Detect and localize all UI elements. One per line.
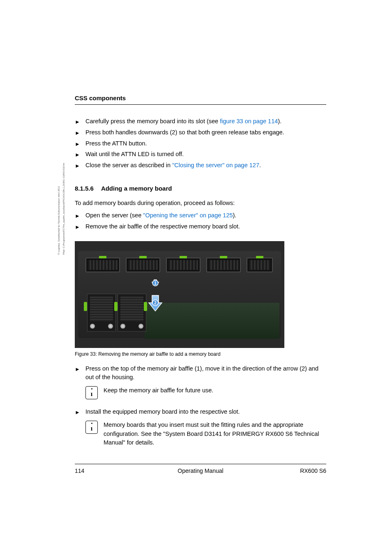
arrow-marker-2: 2 xyxy=(148,294,163,313)
step-arrow-icon: ► xyxy=(75,128,81,137)
step-text: Press the ATTN button. xyxy=(85,139,326,148)
step-arrow-icon: ► xyxy=(75,364,81,382)
info-icon: ı xyxy=(85,386,98,399)
figure-33-image: 1 2 xyxy=(75,241,284,348)
svg-text:1: 1 xyxy=(154,281,157,286)
section-number: 8.1.5.6 xyxy=(75,184,94,193)
section-intro: To add memory boards during operation, p… xyxy=(75,199,326,208)
section-title: Adding a memory board xyxy=(101,184,172,193)
note-text: Keep the memory air baffle for future us… xyxy=(104,386,213,395)
step-text: Press on the top of the memory air baffl… xyxy=(85,364,326,382)
step-arrow-icon: ► xyxy=(75,211,81,220)
link-closing-server[interactable]: "Closing the server" on page 127 xyxy=(172,162,259,168)
link-opening-server[interactable]: "Opening the server" on page 125 xyxy=(143,212,233,219)
step-arrow-icon: ► xyxy=(75,222,81,231)
arrow-marker-1: 1 xyxy=(150,275,161,286)
footer-page-number: 114 xyxy=(75,467,84,475)
step-text: Carefully press the memory board into it… xyxy=(85,117,326,126)
info-icon: ı xyxy=(85,421,98,434)
step-arrow-icon: ► xyxy=(75,139,81,148)
sidebar-copyright: © cognitas. Gesellschaft für Technik-Dok… xyxy=(58,186,60,255)
step-text: Close the server as described in "Closin… xyxy=(85,161,326,170)
step-arrow-icon: ► xyxy=(75,117,81,126)
page-header-title: CSS components xyxy=(75,94,126,101)
step-text: Wait until the ATTN LED is turned off. xyxy=(85,150,326,159)
figure-caption: Figure 33: Removing the memory air baffl… xyxy=(75,350,284,358)
step-text: Open the server (see "Opening the server… xyxy=(85,211,326,220)
link-figure-33[interactable]: figure 33 on page 114 xyxy=(220,118,278,124)
svg-text:2: 2 xyxy=(154,301,157,305)
step-text: Install the equipped memory board into t… xyxy=(85,408,326,417)
note-text: Memory boards that you insert must suit … xyxy=(104,421,326,447)
step-text: Remove the air baffle of the respective … xyxy=(85,222,326,231)
step-arrow-icon: ► xyxy=(75,150,81,159)
footer-model: RX600 S6 xyxy=(300,467,326,475)
step-text: Press both handles downwards (2) so that… xyxy=(85,128,326,137)
step-arrow-icon: ► xyxy=(75,408,81,417)
step-arrow-icon: ► xyxy=(75,161,81,170)
footer-center-title: Operating Manual xyxy=(178,467,223,475)
sidebar-path: Pfad: C:/Programme/FCTfm_apptfm_local/wo… xyxy=(62,163,65,255)
